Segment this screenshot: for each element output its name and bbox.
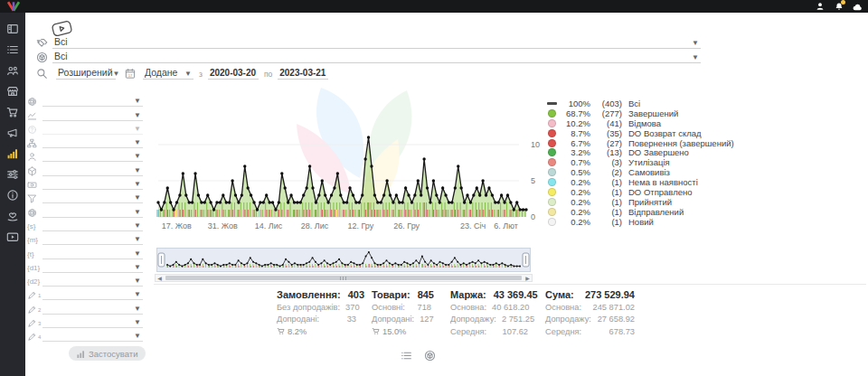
filter-select[interactable]: ▼ [42, 167, 143, 176]
nav-marketing-icon[interactable] [5, 127, 20, 139]
filter-pen-3: 3▼ [27, 315, 143, 328]
chevron-down-icon: ▼ [134, 167, 141, 174]
filter-select[interactable]: ▼ [42, 181, 143, 190]
chart-navigator[interactable] [156, 248, 531, 272]
nav-partners-icon[interactable] [5, 210, 20, 222]
list-view-icon[interactable] [401, 350, 412, 362]
user-icon[interactable] [815, 2, 825, 12]
legend-item[interactable]: 68.7%(277)Завершений [548, 108, 734, 118]
bell-icon[interactable] [834, 2, 844, 12]
filter-select[interactable]: ▼ [42, 291, 143, 300]
filter-money: ▼ [27, 176, 143, 190]
chevron-down-icon: ▼ [134, 98, 141, 105]
filter-select[interactable]: ▼ [42, 264, 143, 273]
filter-globe: ▼ [27, 203, 143, 217]
filter-pen-1: 1▼ [27, 287, 143, 300]
nav-settings-icon[interactable] [5, 168, 20, 181]
filter-select[interactable]: ▼ [42, 236, 143, 245]
date-from-input[interactable]: 2020-03-20 [208, 68, 259, 80]
scrollbar-thumb[interactable] [165, 276, 522, 280]
filter-select[interactable]: ▼ [42, 112, 143, 121]
legend-label: Відмова [628, 118, 661, 128]
nav-cart-icon[interactable] [5, 106, 20, 118]
nav-info-icon[interactable] [5, 189, 20, 202]
stat-sub-label: Допродажу: [545, 315, 591, 324]
products-select[interactable]: Всі ▼ [52, 51, 701, 63]
legend-percent: 100% [561, 99, 590, 108]
legend-count: (1) [594, 187, 622, 197]
filter-select[interactable]: ▼ [42, 319, 143, 328]
legend-count: (35) [594, 128, 622, 138]
stat-label: Сума: [545, 289, 574, 300]
filter-select[interactable]: ▼ [42, 153, 143, 162]
filter-select[interactable]: ▼ [42, 277, 143, 287]
nav-dashboard-icon[interactable] [5, 23, 20, 35]
legend-dot [548, 148, 556, 156]
nav-orders-icon[interactable] [5, 43, 20, 56]
legend-percent: 3.2% [561, 147, 590, 157]
legend-item[interactable]: 10.2%(41)Відмова [548, 118, 734, 128]
pen-icon: 1 [27, 290, 42, 300]
stat-sub-label: Середня: [450, 327, 486, 336]
svg-text:12. Гру: 12. Гру [347, 221, 373, 230]
scroll-left-icon[interactable]: ◀ [156, 275, 164, 281]
nav-store-icon[interactable] [5, 85, 20, 98]
braces-icon: {m} [27, 236, 42, 245]
filter-braces-m: {m}▼ [27, 231, 143, 245]
cart-icon [277, 327, 285, 335]
chevron-down-icon: ▼ [134, 250, 141, 258]
nav-analytics-icon[interactable] [5, 147, 20, 160]
legend-item[interactable]: 0.7%(3)Утилізація [548, 157, 734, 167]
filter-select[interactable]: ▼ [42, 222, 143, 231]
legend-item[interactable]: 0.2%(1)Новий [548, 217, 734, 227]
nav-video-icon[interactable] [5, 230, 20, 243]
legend-item[interactable]: 8.7%(35)DO Возврат склад [548, 128, 734, 138]
legend-item[interactable]: 0.5%(2)Самовивіз [548, 167, 734, 177]
brand-logo-icon[interactable] [6, 1, 21, 12]
apply-button[interactable]: Застосувати [69, 346, 146, 361]
legend-count: (1) [594, 217, 622, 227]
stat-sub-label: Допродані: [277, 315, 319, 324]
legend-item[interactable]: 0.2%(1)Нема в наявності [548, 177, 734, 187]
date-to-input[interactable]: 2023-03-21 [278, 68, 328, 80]
filter-select[interactable]: ▼ [42, 250, 143, 259]
filter-trend: ▼ [27, 107, 143, 120]
stat-group: Маржа:43 369.45Основна:40 618.20Допродаж… [450, 289, 528, 336]
cloud-icon[interactable] [853, 2, 863, 12]
legend-label: Утилізація [628, 157, 670, 167]
filter-select[interactable]: ▼ [42, 209, 143, 218]
chart-bars-icon [77, 350, 85, 358]
svg-text:0: 0 [531, 212, 535, 221]
legend-percent: 0.5% [561, 167, 590, 177]
legend-item[interactable]: 100%(403)Всі [548, 99, 734, 108]
filter-help: ▼ [27, 121, 143, 135]
legend-item[interactable]: 0.2%(1)Прийнятий [548, 197, 734, 207]
filter-select[interactable]: ▼ [42, 333, 143, 342]
legend-item[interactable]: 0.2%(1)DO Отправлено [548, 187, 734, 197]
scroll-right-icon[interactable]: ▶ [524, 275, 532, 281]
product-view-icon[interactable] [424, 350, 436, 362]
filter-select[interactable]: ▼ [42, 126, 143, 135]
navigator-handle-left[interactable] [158, 253, 165, 267]
search-mode-select[interactable]: Розширений ▼ [56, 67, 116, 80]
date-field-value: Додане [145, 67, 177, 78]
chevron-down-icon: ▼ [134, 112, 141, 119]
filter-select[interactable]: ▼ [42, 306, 143, 315]
stat-group: Замовлення:403Без допродажів:370Допродан… [277, 289, 356, 336]
orders-chart[interactable]: 051017. Жов31. Жов14. Лис28. Лис12. Гру2… [154, 87, 542, 233]
legend-item[interactable]: 0.2%(1)Відправлений [548, 207, 734, 217]
search-icon [36, 68, 51, 80]
nav-customers-icon[interactable] [5, 64, 20, 77]
filter-select[interactable]: ▼ [42, 98, 143, 107]
chart-scrollbar[interactable]: ◀ ▶ [155, 274, 533, 282]
legend-dot [548, 208, 556, 216]
date-field-select[interactable]: Додане ▼ [143, 67, 193, 80]
legend-item[interactable]: 3.2%(13)DO Завершено [548, 147, 734, 157]
chevron-down-icon: ▼ [692, 40, 699, 47]
navigator-handle-right[interactable] [523, 253, 529, 267]
filter-select[interactable]: ▼ [42, 139, 143, 148]
filter-select[interactable]: ▼ [42, 194, 143, 203]
statuses-select[interactable]: Всі ▼ [52, 36, 701, 49]
svg-text:23. Січ: 23. Січ [460, 221, 486, 230]
legend-item[interactable]: 6.7%(27)Повернення (завершений) [548, 138, 734, 148]
